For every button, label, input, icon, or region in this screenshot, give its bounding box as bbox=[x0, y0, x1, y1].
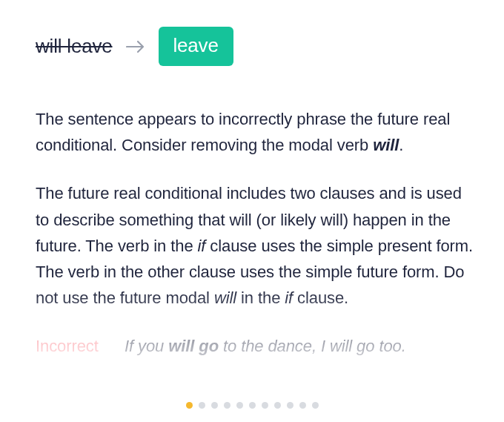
suggestion-row: will leave leave bbox=[36, 27, 474, 66]
pagination-dot[interactable] bbox=[211, 402, 218, 409]
example-row-incorrect: Incorrect If you will go to the dance, I… bbox=[36, 333, 474, 359]
text: in the bbox=[236, 289, 285, 307]
pagination-dot[interactable] bbox=[186, 402, 193, 409]
text: to the dance, I will go too. bbox=[219, 337, 406, 355]
text: . bbox=[399, 136, 403, 154]
example-label: Incorrect bbox=[36, 333, 125, 359]
pagination-dots bbox=[0, 402, 504, 409]
pagination-dot[interactable] bbox=[224, 402, 231, 409]
bold-italic-word: will bbox=[373, 136, 399, 154]
explanation-paragraph-2: The future real conditional includes two… bbox=[36, 180, 474, 311]
replacement-chip[interactable]: leave bbox=[159, 27, 233, 66]
explanation-paragraph-1: The sentence appears to incorrectly phra… bbox=[36, 106, 474, 158]
example-sentence: If you will go to the dance, I will go t… bbox=[125, 333, 406, 359]
pagination-dot[interactable] bbox=[287, 402, 294, 409]
text: If you bbox=[125, 337, 168, 355]
pagination-dot[interactable] bbox=[274, 402, 281, 409]
italic-word: will bbox=[214, 289, 236, 307]
text: clause. bbox=[293, 289, 348, 307]
pagination-dot[interactable] bbox=[236, 402, 243, 409]
pagination-dot[interactable] bbox=[262, 402, 268, 409]
pagination-dot[interactable] bbox=[199, 402, 205, 409]
arrow-right-icon bbox=[126, 40, 145, 53]
original-word: will leave bbox=[36, 35, 113, 58]
pagination-dot[interactable] bbox=[312, 402, 319, 409]
italic-word: if bbox=[285, 289, 293, 307]
pagination-dot[interactable] bbox=[249, 402, 256, 409]
pagination-dot[interactable] bbox=[299, 402, 306, 409]
italic-word: if bbox=[198, 237, 206, 255]
bold-italic-phrase: will go bbox=[168, 337, 219, 355]
